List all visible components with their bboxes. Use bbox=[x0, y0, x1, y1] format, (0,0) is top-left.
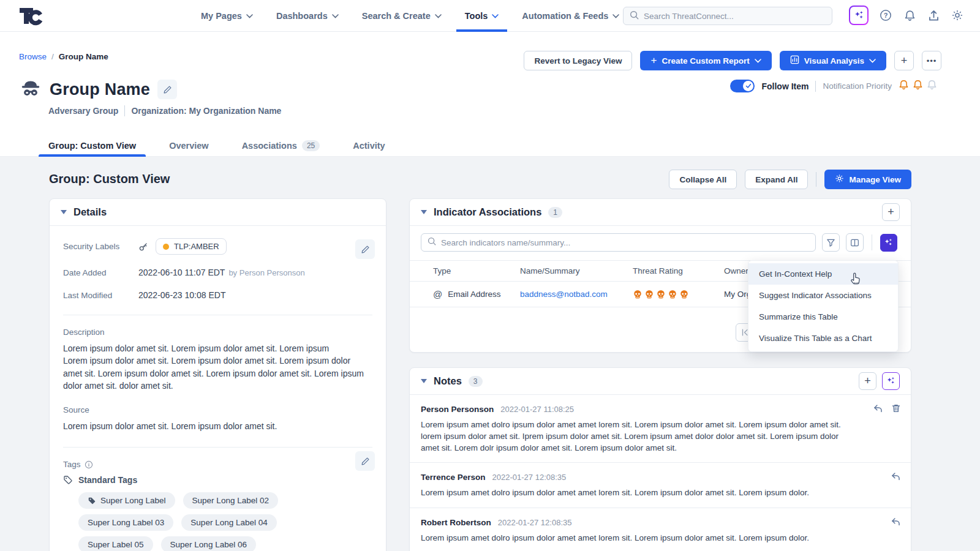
priority-bell-icon[interactable] bbox=[927, 80, 937, 92]
top-navigation-bar: My Pages Dashboards Search & Create Tool… bbox=[0, 0, 980, 32]
divider bbox=[124, 105, 125, 116]
columns-button[interactable] bbox=[846, 233, 864, 252]
details-card: Details Security Labels TLP:AMBER Date A… bbox=[49, 198, 386, 551]
menu-item-get-in-context-help[interactable]: Get In-Context Help bbox=[748, 263, 898, 285]
nav-my-pages[interactable]: My Pages bbox=[201, 0, 253, 32]
main-content: Group: Custom View Collapse All Expand A… bbox=[0, 157, 980, 551]
more-options-button[interactable]: ••• bbox=[922, 51, 941, 70]
menu-item-suggest-indicator-associations[interactable]: Suggest Indicator Associations bbox=[748, 285, 898, 306]
breadcrumb-browse-link[interactable]: Browse bbox=[19, 52, 47, 61]
standard-tags-list: Super Long Label Super Long Label 02 Sup… bbox=[63, 492, 372, 551]
edit-tags-button[interactable] bbox=[355, 451, 375, 471]
reply-icon bbox=[891, 517, 901, 527]
edit-title-button[interactable] bbox=[157, 80, 177, 99]
create-custom-report-button[interactable]: + Create Custom Report bbox=[640, 51, 771, 70]
indicator-link[interactable]: baddness@notbad.com bbox=[520, 290, 608, 299]
reply-button[interactable] bbox=[873, 403, 883, 416]
menu-item-summarize-table[interactable]: Summarize this Table bbox=[748, 306, 898, 328]
tag-pill[interactable]: Super Long Label 06 bbox=[161, 536, 256, 551]
collapse-triangle-icon[interactable] bbox=[61, 210, 67, 214]
note-timestamp: 2022-01-27 12:08:35 bbox=[498, 518, 572, 527]
ai-assistant-button[interactable] bbox=[849, 6, 869, 25]
edit-security-labels-button[interactable] bbox=[355, 239, 375, 259]
svg-text:?: ? bbox=[884, 12, 888, 19]
security-labels-label: Security Labels bbox=[63, 242, 138, 251]
source-label: Source bbox=[63, 405, 372, 414]
export-upload-icon[interactable] bbox=[927, 9, 940, 22]
standard-tags-label: Standard Tags bbox=[78, 475, 137, 485]
revert-legacy-view-button[interactable]: Revert to Legacy View bbox=[524, 51, 632, 70]
nav-tools[interactable]: Tools bbox=[465, 0, 499, 32]
help-icon[interactable]: ? bbox=[879, 9, 892, 22]
collapse-all-button[interactable]: Collapse All bbox=[669, 170, 737, 189]
filter-button[interactable] bbox=[822, 233, 840, 252]
collapse-triangle-icon[interactable] bbox=[421, 379, 427, 383]
reply-button[interactable] bbox=[891, 471, 901, 484]
ai-table-assist-button[interactable] bbox=[880, 234, 897, 252]
reply-button[interactable] bbox=[891, 517, 901, 530]
ai-context-menu: Get In-Context Help Suggest Indicator As… bbox=[748, 260, 899, 352]
add-button[interactable]: + bbox=[894, 51, 914, 70]
add-indicator-button[interactable]: + bbox=[882, 203, 900, 221]
tlp-amber-label[interactable]: TLP:AMBER bbox=[156, 238, 227, 255]
add-note-button[interactable]: + bbox=[859, 372, 876, 390]
skull-icon bbox=[644, 290, 654, 299]
plus-icon: + bbox=[650, 54, 657, 67]
chevron-down-icon bbox=[332, 14, 339, 18]
view-heading: Group: Custom View bbox=[49, 172, 170, 186]
ai-notes-assist-button[interactable] bbox=[882, 372, 900, 390]
skull-icon bbox=[679, 290, 689, 299]
follow-item-label: Follow Item bbox=[761, 81, 809, 91]
menu-item-visualize-table-chart[interactable]: Visualize This Table as a Chart bbox=[748, 328, 898, 349]
tab-activity[interactable]: Activity bbox=[343, 135, 394, 156]
priority-bell-icon[interactable] bbox=[899, 80, 909, 92]
column-name-summary[interactable]: Name/Summary bbox=[520, 261, 633, 282]
tag-pill[interactable]: Super Long Label 02 bbox=[183, 492, 278, 509]
divider bbox=[63, 447, 372, 448]
tag-pill[interactable]: Super Label 05 bbox=[78, 536, 153, 551]
collapse-triangle-icon[interactable] bbox=[421, 210, 427, 214]
priority-bell-icon[interactable] bbox=[913, 80, 923, 92]
indicator-associations-header: Indicator Associations 1 + bbox=[410, 199, 911, 226]
ellipsis-icon: ••• bbox=[927, 56, 937, 66]
manage-view-button[interactable]: Manage View bbox=[824, 170, 911, 189]
group-subtitle: Adversary Group Organization: My Organiz… bbox=[48, 105, 281, 116]
note-body: Lorem ipsum amet dolro ipsum dolor amet … bbox=[421, 532, 850, 544]
note-item: Terrence Person 2022-01-27 12:08:35 Lore… bbox=[410, 463, 911, 508]
threatconnect-logo[interactable] bbox=[18, 6, 43, 28]
tag-outline-icon bbox=[63, 475, 73, 485]
notes-card: Notes 3 + Person Personson 2022-01-27 11… bbox=[409, 367, 911, 551]
info-icon bbox=[85, 460, 93, 469]
indicator-toolbar bbox=[410, 226, 911, 252]
notifications-bell-icon[interactable] bbox=[903, 9, 916, 22]
delete-button[interactable] bbox=[891, 403, 901, 416]
tags-label: Tags bbox=[63, 460, 81, 469]
expand-all-button[interactable]: Expand All bbox=[745, 170, 808, 189]
pencil-icon bbox=[361, 457, 370, 466]
tag-pill[interactable]: Super Long Label bbox=[78, 492, 175, 509]
tag-pill[interactable]: Super Long Label 03 bbox=[78, 514, 173, 531]
column-threat-rating[interactable]: Threat Rating bbox=[633, 261, 724, 282]
indicator-search-input[interactable] bbox=[441, 238, 809, 247]
settings-gear-icon[interactable] bbox=[951, 9, 964, 22]
threat-rating-skulls bbox=[633, 290, 724, 299]
tag-pill[interactable]: Super Long Label 04 bbox=[181, 514, 276, 531]
date-added-value: 2022-06-10 11:07 EDT bbox=[138, 268, 225, 277]
divider bbox=[816, 172, 816, 187]
tab-group-custom-view[interactable]: Group: Custom View bbox=[39, 135, 146, 156]
visual-analysis-button[interactable]: Visual Analysis bbox=[780, 51, 886, 70]
follow-item-toggle[interactable] bbox=[730, 80, 755, 92]
tab-overview[interactable]: Overview bbox=[159, 135, 219, 156]
global-search-input[interactable] bbox=[644, 12, 826, 21]
nav-search-create[interactable]: Search & Create bbox=[362, 0, 442, 32]
tab-associations[interactable]: Associations25 bbox=[232, 135, 330, 156]
columns-icon bbox=[850, 238, 859, 247]
notes-card-title: Notes bbox=[434, 375, 462, 387]
view-actions: Collapse All Expand All Manage View bbox=[669, 170, 911, 189]
global-search bbox=[623, 7, 832, 25]
nav-automation-feeds[interactable]: Automation & Feeds bbox=[522, 0, 619, 32]
nav-dashboards[interactable]: Dashboards bbox=[276, 0, 339, 32]
reply-icon bbox=[873, 403, 883, 414]
last-modified-label: Last Modified bbox=[63, 291, 138, 300]
column-type[interactable]: Type bbox=[410, 261, 520, 282]
